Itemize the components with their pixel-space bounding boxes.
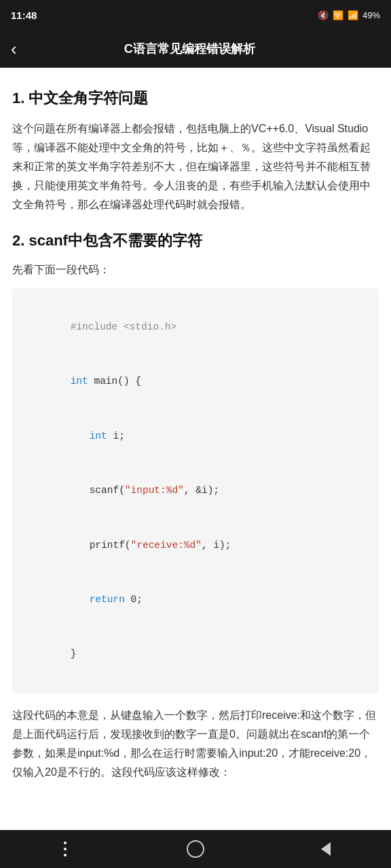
status-time: 11:48 [11, 9, 37, 21]
code-line-5: printf("receive:%d", i); [23, 518, 368, 572]
code-var-i: i; [107, 431, 125, 441]
status-icons: 🔇 🛜 📶 49% [318, 10, 380, 20]
nav-circle-icon [187, 840, 204, 858]
section-1-paragraph-1: 这个问题在所有编译器上都会报错，包括电脑上的VC++6.0、Visual Stu… [12, 119, 379, 214]
section-2-title: 2. scanf中包含不需要的字符 [12, 231, 379, 251]
code-block: #include <stdio.h> int main() { int i; s… [12, 288, 379, 694]
code-keyword-int-i: int [90, 431, 107, 441]
section-1-title: 1. 中文全角字符问题 [12, 88, 379, 108]
section-2: 2. scanf中包含不需要的字符 先看下面一段代码： #include <st… [12, 231, 379, 782]
content-area: 1. 中文全角字符问题 这个问题在所有编译器上都会报错，包括电脑上的VC++6.… [0, 68, 391, 830]
section-2-paragraph-1: 这段代码的本意是，从键盘输入一个数字，然后打印receive:和这个数字，但是上… [12, 706, 379, 782]
mute-icon: 🔇 [318, 10, 329, 20]
code-return-val: 0; [125, 594, 143, 605]
nav-lines-icon [64, 842, 67, 856]
wifi-icon: 🛜 [333, 10, 343, 20]
code-closing-brace: } [71, 648, 77, 659]
code-line-4: scanf("input:%d", &i); [23, 463, 368, 517]
code-scanf-string: "input:%d" [125, 485, 184, 496]
nav-bar: ‹ C语言常见编程错误解析 [0, 30, 391, 68]
code-printf-suffix: , i); [202, 540, 231, 551]
status-bar: 11:48 🔇 🛜 📶 49% [0, 0, 391, 30]
back-button[interactable]: ‹ [11, 40, 17, 58]
nav-dot-1 [64, 842, 67, 844]
nav-back-button[interactable] [309, 835, 343, 863]
page-title: C语言常见编程错误解析 [25, 41, 354, 57]
nav-dot-2 [64, 848, 67, 850]
bottom-nav [0, 830, 391, 868]
code-comment-include: #include <stdio.h> [71, 321, 177, 332]
code-scanf-suffix: , &i); [184, 485, 219, 496]
nav-circle-button[interactable] [179, 835, 212, 863]
code-keyword-return: return [90, 594, 125, 605]
signal-icon: 📶 [348, 10, 358, 20]
code-scanf-prefix: scanf( [90, 485, 125, 496]
code-line-3: int i; [23, 409, 368, 463]
code-printf-string: "receive:%d" [131, 540, 202, 551]
battery-text: 49% [362, 10, 380, 20]
code-line-2: int main() { [23, 354, 368, 408]
code-printf-prefix: printf( [90, 540, 131, 551]
code-line-1: #include <stdio.h> [23, 300, 368, 354]
code-label: 先看下面一段代码： [12, 260, 379, 279]
code-line-6: return 0; [23, 572, 368, 627]
section-1: 1. 中文全角字符问题 这个问题在所有编译器上都会报错，包括电脑上的VC++6.… [12, 88, 379, 214]
code-line-7: } [23, 627, 368, 682]
nav-home-button[interactable] [48, 835, 82, 863]
code-main-sig: main() { [88, 376, 141, 387]
nav-back-icon [321, 842, 331, 856]
nav-dot-3 [64, 854, 67, 856]
code-keyword-int-main: int [71, 376, 88, 387]
